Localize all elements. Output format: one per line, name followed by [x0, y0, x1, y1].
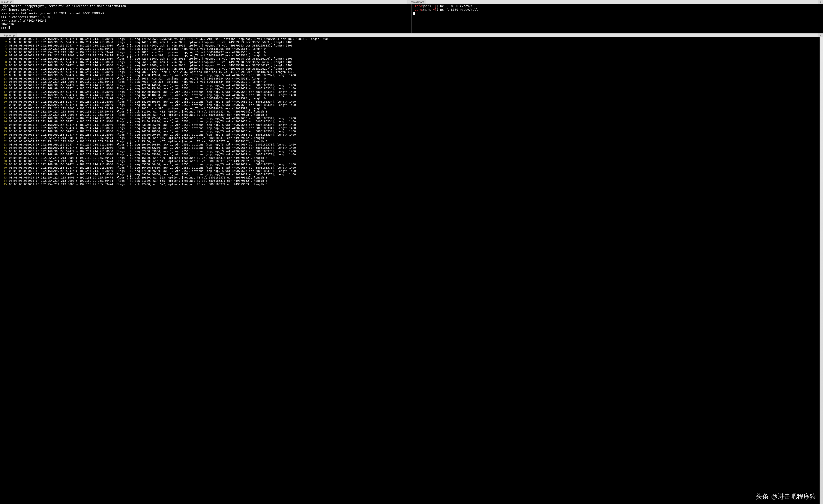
- tcpdump-text: 00:00:00.000001 IP 192.168.99.155.59474 …: [9, 153, 818, 156]
- tcpdump-row: 2500:00:00.000011 IP 192.168.99.155.5947…: [0, 117, 818, 120]
- tcpdump-row: 900:00:00.000007 IP 192.168.99.155.59474…: [0, 64, 818, 67]
- ssh-line: [zoro@mars ~]$ nc -l 8000 >/dev/null: [413, 4, 822, 8]
- line-number: 2: [0, 40, 9, 44]
- tcpdump-text: 00:00:00.000008 IP 192.168.99.155.59474 …: [9, 150, 818, 153]
- tcpdump-text: 00:00:00.000007 IP 192.168.99.155.59474 …: [9, 64, 818, 67]
- tcpdump-text: 00:00:00.000002 IP 192.168.99.155.59474 …: [9, 67, 818, 70]
- tcpdump-text: 00:00:00.000002 IP 192.168.99.155.59474 …: [9, 103, 818, 107]
- menu-icon[interactable]: ≡: [820, 34, 821, 37]
- python-line: >>> s.connect(('mars', 8000)): [1, 15, 410, 19]
- tcpdump-row: 3900:00:00.000013 IP 192.168.99.155.5947…: [0, 163, 818, 166]
- tab-tcpdump[interactable]: × tcpdump: [0, 33, 16, 37]
- line-number: 21: [0, 103, 9, 107]
- line-number: 1: [0, 37, 9, 40]
- tcpdump-row: 1900:00:00.000018 IP 182.254.214.213.800…: [0, 97, 818, 100]
- line-number: 36: [0, 153, 9, 156]
- tcpdump-text: 00:00:00.000013 IP 192.168.99.155.59474 …: [9, 100, 818, 103]
- line-number: 25: [0, 117, 9, 120]
- tcpdump-output[interactable]: 100:00:00.000000 IP 192.168.99.155.59474…: [0, 37, 820, 504]
- ssh-terminal-pane[interactable]: [zoro@mars ~]$ nc -l 8000 >/dev/null[zor…: [412, 4, 823, 33]
- tcpdump-text: 00:00:00.000008 IP 192.168.99.155.59474 …: [9, 90, 818, 94]
- tcpdump-text: 00:00:00.000047 IP 192.168.99.155.59474 …: [9, 57, 818, 60]
- line-number: 45: [0, 183, 9, 186]
- tcpdump-row: 1200:00:00.000002 IP 192.168.99.155.5947…: [0, 73, 818, 77]
- line-number: 27: [0, 123, 9, 127]
- tcpdump-row: 4200:00:00.000006 IP 192.168.99.155.5947…: [0, 173, 818, 176]
- tcpdump-text: 00:00:00.000004 IP 192.168.99.155.59474 …: [9, 146, 818, 149]
- python-terminal[interactable]: Type "help", "copyright", "credits" or "…: [0, 4, 411, 33]
- tcpdump-text: 00:00:00.000005 IP 182.254.214.213.8000 …: [9, 179, 818, 182]
- close-icon[interactable]: ×: [1, 34, 3, 37]
- line-number: 14: [0, 80, 9, 83]
- python-banner: Type "help", "copyright", "credits" or "…: [1, 4, 410, 8]
- tcpdump-text: 00:00:00.000149 IP 182.254.214.213.8000 …: [9, 156, 818, 159]
- tcpdump-row: 2700:00:00.000005 IP 192.168.99.155.5947…: [0, 123, 818, 127]
- line-number: 4: [0, 47, 9, 50]
- line-number: 28: [0, 127, 9, 130]
- close-icon[interactable]: ×: [1, 1, 3, 3]
- tcpdump-text: 00:00:00.000024 IP 192.168.99.155.59474 …: [9, 143, 818, 146]
- tcpdump-row: 2000:00:00.000013 IP 192.168.99.155.5947…: [0, 100, 818, 103]
- bottom-tabbar: × tcpdump ≡: [0, 33, 823, 37]
- line-number: 13: [0, 77, 9, 80]
- python-line: >>> s = socket.socket(socket.AF_INET, so…: [1, 12, 410, 15]
- line-number: 17: [0, 90, 9, 94]
- tcpdump-text: 00:00:00.000018 IP 182.254.214.213.8000 …: [9, 97, 818, 100]
- tcpdump-row: 300:00:00.000002 IP 192.168.99.155.59474…: [0, 44, 818, 47]
- tcpdump-row: 3800:00:00.000002 IP 182.254.214.213.800…: [0, 159, 818, 163]
- tcpdump-text: 00:00:00.000006 IP 192.168.99.155.59474 …: [9, 40, 818, 44]
- menu-icon[interactable]: ≡: [820, 1, 821, 3]
- tcpdump-row: 200:00:00.000006 IP 192.168.99.155.59474…: [0, 40, 818, 44]
- line-number: 31: [0, 136, 9, 140]
- tcpdump-row: 3100:00:00.035175 IP 182.254.214.213.800…: [0, 136, 818, 140]
- tcpdump-row: 400:00:00.037165 IP 182.254.214.213.8000…: [0, 47, 818, 50]
- tcpdump-text: 00:00:00.000007 IP 192.168.99.155.59474 …: [9, 60, 818, 64]
- scrollbar[interactable]: [820, 37, 823, 504]
- line-number: 7: [0, 57, 9, 60]
- tcpdump-text: 00:00:00.035919 IP 182.254.214.213.8000 …: [9, 77, 818, 80]
- tcpdump-text: 00:00:00.000003 IP 192.168.99.155.59474 …: [9, 87, 818, 90]
- line-number: 16: [0, 87, 9, 90]
- ssh-terminal[interactable]: [zoro@mars ~]$ nc -l 8000 >/dev/null[zor…: [412, 4, 823, 33]
- line-number: 19: [0, 97, 9, 100]
- tcpdump-text: 00:00:00.000006 IP 192.168.99.155.59474 …: [9, 169, 818, 172]
- line-number: 35: [0, 150, 9, 153]
- tab-ssh[interactable]: × zoro@mars: [406, 0, 426, 4]
- tcpdump-row: 1700:00:00.000008 IP 192.168.99.155.5947…: [0, 90, 818, 94]
- tcpdump-text: 00:00:00.000004 IP 182.254.214.213.8000 …: [9, 140, 818, 143]
- line-number: 11: [0, 70, 9, 73]
- line-number: 24: [0, 113, 9, 116]
- tcpdump-text: 00:00:00.000001 IP 192.168.99.155.59474 …: [9, 133, 818, 136]
- tcpdump-row: 1100:00:00.000005 IP 192.168.99.155.5947…: [0, 70, 818, 73]
- tcpdump-text: 00:00:00.000000 IP 192.168.99.155.59474 …: [9, 37, 818, 40]
- line-number: 42: [0, 173, 9, 176]
- tcpdump-row: 3500:00:00.000008 IP 192.168.99.155.5947…: [0, 150, 818, 153]
- python-line: 1048576: [1, 22, 410, 26]
- tab-label: zoro@mars: [410, 1, 424, 3]
- line-number: 12: [0, 73, 9, 77]
- line-number: 44: [0, 179, 9, 182]
- tcpdump-text: 00:00:00.035175 IP 182.254.214.213.8000 …: [9, 136, 818, 140]
- tcpdump-row: 2200:00:00.001013 IP 182.254.214.213.800…: [0, 107, 818, 110]
- tcpdump-row: 500:00:00.000007 IP 182.254.214.213.8000…: [0, 50, 818, 54]
- line-number: 9: [0, 64, 9, 67]
- tab-python[interactable]: × python: [0, 0, 14, 4]
- close-icon[interactable]: ×: [407, 1, 409, 3]
- tab-label: tcpdump: [4, 34, 15, 37]
- cursor: [413, 12, 415, 15]
- python-line: >>>: [1, 26, 410, 30]
- line-number: 43: [0, 176, 9, 179]
- line-number: 3: [0, 44, 9, 47]
- tcpdump-row: 1400:00:00.000003 IP 182.254.214.213.800…: [0, 80, 818, 83]
- tcpdump-row: 3700:00:00.000149 IP 182.254.214.213.800…: [0, 156, 818, 159]
- window-controls: ≡: [818, 33, 823, 37]
- tcpdump-text: 00:00:00.000011 IP 192.168.99.155.59474 …: [9, 117, 818, 120]
- tcpdump-text: 00:00:00.000002 IP 192.168.99.155.59474 …: [9, 166, 818, 169]
- tcpdump-row: 2900:00:00.000006 IP 192.168.99.155.5947…: [0, 130, 818, 133]
- tcpdump-text: 00:00:00.037165 IP 182.254.214.213.8000 …: [9, 47, 818, 50]
- tcpdump-row: 3300:00:00.000024 IP 192.168.99.155.5947…: [0, 143, 818, 146]
- lower-pane: × tcpdump ≡ 100:00:00.000000 IP 192.168.…: [0, 33, 823, 504]
- python-line: >>> s.send('a'*1024*1024): [1, 19, 410, 22]
- line-number: 32: [0, 140, 9, 143]
- python-terminal-pane[interactable]: Type "help", "copyright", "credits" or "…: [0, 4, 412, 33]
